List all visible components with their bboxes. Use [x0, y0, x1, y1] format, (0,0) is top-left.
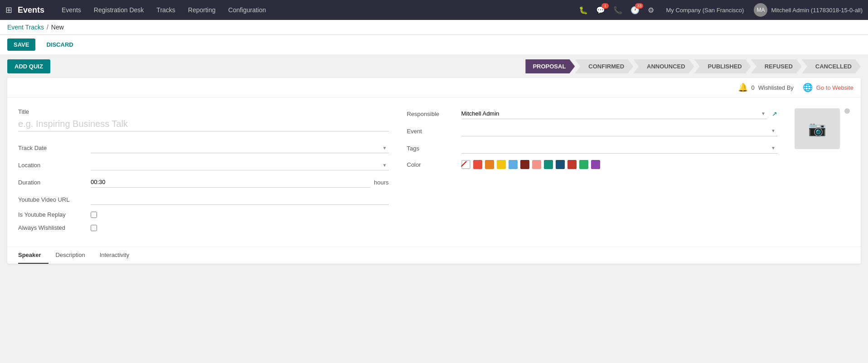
is-youtube-replay-checkbox-wrapper	[91, 212, 97, 218]
track-date-select-wrapper	[91, 142, 389, 153]
left-fields: Track Date Location	[18, 142, 389, 231]
status-label-proposal: PROPOSAL	[525, 59, 575, 73]
color-swatch-none[interactable]	[461, 160, 470, 169]
breadcrumb-separator: /	[47, 24, 48, 31]
responsible-row: Responsible Mitchell Admin ↗	[407, 108, 778, 119]
phone-icon[interactable]: 📞	[611, 4, 624, 16]
user-avatar: MA	[754, 3, 767, 17]
wishlisted-section: 🔔 0 Wishlisted By	[738, 82, 794, 92]
right-fields: Responsible Mitchell Admin ↗ Event	[407, 108, 778, 169]
go-to-website-label: Go to Website	[816, 84, 853, 91]
color-swatch-dark-red[interactable]	[567, 160, 577, 169]
title-field-label: Title	[18, 108, 389, 115]
go-to-website-button[interactable]: 🌐 Go to Website	[803, 82, 853, 92]
location-select-wrapper	[91, 160, 389, 170]
add-quiz-button[interactable]: ADD QUIZ	[7, 59, 50, 73]
form-top-bar: 🔔 0 Wishlisted By 🌐 Go to Website	[7, 78, 861, 97]
save-button[interactable]: SAVE	[7, 39, 35, 51]
photo-status-dot	[844, 108, 850, 114]
form-left-column: Title Track Date	[18, 108, 389, 237]
chat-icon[interactable]: 💬 1	[594, 4, 607, 16]
location-label: Location	[18, 162, 86, 169]
duration-label: Duration	[18, 179, 86, 186]
app-title: Events	[18, 5, 44, 15]
track-date-row: Track Date	[18, 142, 389, 153]
tags-row: Tags	[407, 143, 778, 154]
status-proposal[interactable]: PROPOSAL	[525, 59, 575, 73]
event-select[interactable]	[461, 126, 778, 136]
youtube-url-label: Youtube Video URL	[18, 196, 86, 203]
responsible-select[interactable]: Mitchell Admin	[461, 108, 768, 119]
title-input[interactable]	[18, 117, 389, 131]
status-announced[interactable]: ANNOUNCED	[633, 59, 694, 73]
title-section: Title	[18, 108, 389, 131]
event-label: Event	[407, 128, 457, 135]
user-section[interactable]: MA Mitchell Admin (11783018-15-0-all)	[754, 3, 863, 17]
always-wishlisted-checkbox[interactable]	[91, 225, 97, 231]
top-right-icons: 🐛 💬 1 📞 🕐 33 ⚙ My Company (San Francisco…	[577, 3, 863, 17]
color-swatch-light-blue[interactable]	[509, 160, 518, 169]
tab-interactivity[interactable]: Interactivity	[92, 247, 137, 264]
tab-description[interactable]: Description	[48, 247, 92, 264]
settings-icon[interactable]: ⚙	[646, 4, 656, 16]
color-swatch-pink[interactable]	[532, 160, 541, 169]
color-swatch-teal[interactable]	[544, 160, 553, 169]
status-confirmed[interactable]: CONFIRMED	[575, 59, 633, 73]
location-row: Location	[18, 160, 389, 170]
bug-icon[interactable]: 🐛	[577, 4, 590, 16]
form-body: Title Track Date	[7, 97, 861, 237]
camera-icon: 📷	[808, 120, 826, 137]
always-wishlisted-checkbox-wrapper	[91, 225, 97, 231]
status-published[interactable]: PUBLISHED	[694, 59, 751, 73]
event-select-wrapper	[461, 126, 778, 136]
photo-upload-button[interactable]: 📷	[795, 108, 840, 149]
is-youtube-replay-label: Is Youtube Replay	[18, 211, 86, 218]
nav-registration-desk[interactable]: Registration Desk	[87, 0, 150, 20]
tags-select[interactable]	[461, 143, 778, 153]
youtube-url-input[interactable]	[91, 194, 389, 205]
is-youtube-replay-row: Is Youtube Replay	[18, 211, 389, 218]
always-wishlisted-label: Always Wishlisted	[18, 224, 86, 231]
color-swatch-orange[interactable]	[485, 160, 494, 169]
track-date-select[interactable]	[91, 142, 389, 153]
color-swatch-dark-blue[interactable]	[556, 160, 565, 169]
nav-reporting[interactable]: Reporting	[182, 0, 222, 20]
color-swatch-purple[interactable]	[591, 160, 600, 169]
form-tabs: Speaker Description Interactivity	[7, 247, 861, 264]
grid-icon[interactable]: ⊞	[5, 5, 12, 15]
location-select[interactable]	[91, 160, 389, 170]
color-label: Color	[407, 161, 457, 168]
status-label-published: PUBLISHED	[694, 59, 751, 73]
clock-icon[interactable]: 🕐 33	[629, 4, 641, 16]
color-swatch-yellow[interactable]	[497, 160, 506, 169]
status-label-confirmed: CONFIRMED	[575, 59, 633, 73]
responsible-external-link-icon[interactable]: ↗	[772, 110, 777, 117]
discard-button[interactable]: DISCARD	[40, 39, 79, 51]
always-wishlisted-row: Always Wishlisted	[18, 224, 389, 231]
main-content: ADD QUIZ PROPOSAL CONFIRMED ANNOUNCED PU…	[0, 55, 868, 264]
wishlisted-label: Wishlisted By	[758, 84, 794, 91]
is-youtube-replay-checkbox[interactable]	[91, 212, 97, 218]
duration-input[interactable]	[91, 177, 370, 188]
color-swatch-green[interactable]	[579, 160, 588, 169]
track-date-label: Track Date	[18, 145, 86, 151]
tab-speaker[interactable]: Speaker	[18, 247, 48, 264]
company-name: My Company (San Francisco)	[666, 7, 744, 14]
clock-badge: 33	[635, 3, 643, 9]
status-cancelled[interactable]: CANCELLED	[802, 59, 861, 73]
wishlisted-count: 0	[752, 84, 755, 91]
duration-unit: hours	[374, 179, 389, 186]
nav-tracks[interactable]: Tracks	[150, 0, 181, 20]
color-swatch-maroon[interactable]	[520, 160, 529, 169]
breadcrumb-parent[interactable]: Event Tracks	[7, 24, 44, 31]
nav-events[interactable]: Events	[55, 0, 87, 20]
duration-row: Duration hours	[18, 177, 389, 188]
chat-badge: 1	[601, 3, 609, 9]
color-swatches	[461, 160, 600, 169]
nav-configuration[interactable]: Configuration	[222, 0, 272, 20]
color-swatch-red[interactable]	[473, 160, 482, 169]
breadcrumb-current: New	[51, 24, 64, 31]
form-image-section: 📷	[795, 108, 850, 237]
duration-wrapper: hours	[91, 177, 389, 188]
status-refused[interactable]: REFUSED	[751, 59, 802, 73]
